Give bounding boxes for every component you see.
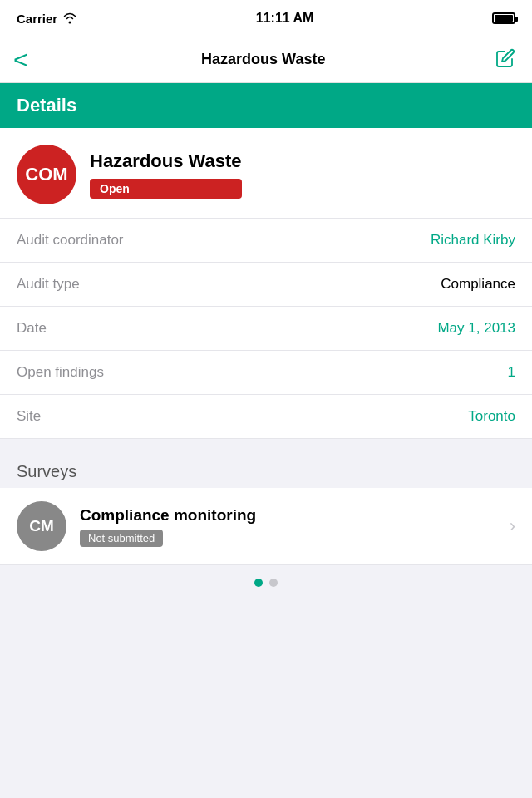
status-bar: Carrier 11:11 AM bbox=[0, 0, 532, 37]
detail-label-findings: Open findings bbox=[17, 364, 104, 381]
status-right bbox=[492, 12, 515, 24]
detail-row-findings: Open findings 1 bbox=[0, 351, 532, 395]
details-card: COM Hazardous Waste Open Audit coordinat… bbox=[0, 128, 532, 439]
record-avatar-text: COM bbox=[25, 164, 67, 185]
record-avatar: COM bbox=[17, 145, 76, 204]
survey-status-badge: Not submitted bbox=[80, 530, 163, 547]
detail-label-date: Date bbox=[17, 320, 47, 337]
detail-row-date: Date May 1, 2013 bbox=[0, 307, 532, 351]
nav-title: Hazardous Waste bbox=[201, 51, 325, 68]
wifi-icon bbox=[62, 12, 77, 24]
pencil-icon bbox=[495, 48, 515, 68]
record-status-badge: Open bbox=[90, 179, 242, 199]
status-left: Carrier bbox=[17, 12, 77, 26]
record-info: Hazardous Waste Open bbox=[90, 150, 242, 199]
back-button[interactable]: < bbox=[13, 44, 35, 76]
detail-label-coordinator: Audit coordinator bbox=[17, 232, 124, 249]
surveys-section: Surveys CM Compliance monitoring Not sub… bbox=[0, 452, 532, 565]
page-dot-2 bbox=[269, 579, 278, 587]
chevron-right-icon: › bbox=[510, 515, 515, 537]
surveys-header-label: Surveys bbox=[17, 462, 76, 480]
survey-title: Compliance monitoring bbox=[80, 506, 496, 525]
detail-value-site: Toronto bbox=[468, 408, 515, 425]
detail-row-coordinator: Audit coordinator Richard Kirby bbox=[0, 219, 532, 263]
details-header-label: Details bbox=[17, 95, 76, 116]
detail-row-site: Site Toronto bbox=[0, 395, 532, 439]
detail-row-type: Audit type Compliance bbox=[0, 263, 532, 307]
detail-value-date: May 1, 2013 bbox=[437, 320, 515, 337]
battery-icon bbox=[492, 12, 515, 24]
detail-label-site: Site bbox=[17, 408, 41, 425]
details-section-header: Details bbox=[0, 83, 532, 128]
detail-value-coordinator: Richard Kirby bbox=[431, 232, 515, 249]
surveys-header: Surveys bbox=[0, 452, 532, 488]
page-dots bbox=[0, 565, 532, 603]
survey-item[interactable]: CM Compliance monitoring Not submitted › bbox=[0, 488, 532, 565]
carrier-label: Carrier bbox=[17, 12, 57, 26]
survey-info: Compliance monitoring Not submitted bbox=[80, 506, 496, 547]
detail-value-findings: 1 bbox=[508, 364, 515, 381]
record-title: Hazardous Waste bbox=[90, 150, 242, 172]
record-header: COM Hazardous Waste Open bbox=[0, 128, 532, 219]
status-time: 11:11 AM bbox=[256, 11, 314, 26]
edit-button[interactable] bbox=[492, 45, 519, 75]
page-dot-1 bbox=[254, 579, 263, 587]
nav-bar: < Hazardous Waste bbox=[0, 37, 532, 83]
survey-avatar-text: CM bbox=[29, 517, 54, 535]
detail-label-type: Audit type bbox=[17, 276, 80, 293]
detail-value-type: Compliance bbox=[441, 276, 515, 293]
survey-avatar: CM bbox=[17, 501, 66, 551]
